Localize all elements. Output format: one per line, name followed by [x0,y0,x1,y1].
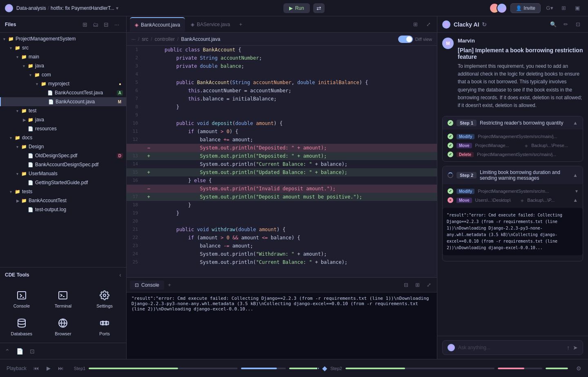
tree-item-testoutput[interactable]: ▾ 📄 test-output.log [0,205,126,214]
cde-tool-console[interactable]: Console [2,286,42,312]
step2-progress-label: Step2 [330,366,342,371]
maximize-icon[interactable]: ⤢ [423,19,434,30]
sidebar-bottom-icon-1[interactable]: ⌃ [5,348,10,355]
tree-item-myproject[interactable]: ▾ 📁 myproject ● [0,79,126,88]
ports-icon [98,317,111,330]
cde-tools-header[interactable]: CDE Tools ‹ [0,268,126,282]
cde-tool-ports[interactable]: Ports [85,313,125,339]
tab-bankaccount[interactable]: ◈ BankAccount.java [130,17,185,32]
new-file-icon[interactable]: ⊞ [80,20,89,29]
step1-progress-track-3[interactable] [289,368,319,369]
bottom-bar-right: ⚙ [576,365,581,372]
playback-play-button[interactable]: ▶ [44,364,53,373]
step2-progress-track-2[interactable] [498,368,543,369]
avatar-user-2 [497,3,507,13]
user-icon-button[interactable]: G▾ [544,2,555,14]
cde-tool-browser[interactable]: Browser [43,313,83,339]
split-view-icon[interactable]: ⊞ [410,19,421,30]
tree-item-resources[interactable]: ▾ 📄 resources [0,124,126,133]
code-line-8: 8 } [127,103,437,111]
playback-skip-forward-button[interactable]: ⏭ [56,364,66,373]
tree-item-root[interactable]: ▾ 📁 ProjectManagementSystem [0,34,126,43]
diff-toggle: Diff view [398,36,432,43]
console-minimize-icon[interactable]: ⊟ [401,280,411,290]
tree-item-bankaccount[interactable]: ▾ 📄 BankAccount.java M [0,97,126,106]
step-1-item-1: Modify ProjectManagementSystem/src/main/… [443,132,583,141]
tree-item-docs[interactable]: ▾ 📁 docs [0,133,126,142]
step1-progress-track[interactable] [89,368,238,369]
code-line-9: 9 [127,111,437,119]
ai-edit-icon[interactable]: ✏ [560,19,571,30]
badge-bankaccount: M [116,99,123,105]
ai-message-body: Marvin [Plan] Implement a book borrowing… [458,38,583,109]
tree-item-testjava[interactable]: ▶ 📁 java [0,115,126,124]
sidebar: Files ⊞ 🗂 ⊟ ··· ▾ 📁 ProjectManagementSys… [0,16,127,359]
step1-progress-track-2[interactable] [241,368,286,369]
console-maximize-icon[interactable]: ⤢ [424,280,434,290]
bottom-settings-icon[interactable]: ⚙ [576,365,581,372]
ai-send-icon[interactable]: ➤ [573,344,578,351]
code-line-6: 6 this.accountNumber = accountNumber; [127,87,437,95]
run-button[interactable]: ▶ Run [283,3,310,13]
tree-item-java[interactable]: ▾ 📁 java [0,61,126,70]
cde-tool-terminal[interactable]: Terminal [43,286,83,312]
tree-item-src[interactable]: ▾ 📁 src [0,43,126,52]
layout-icon-button[interactable]: ⊞ [558,2,569,14]
branch-icon-button[interactable]: ⇄ [313,3,325,13]
step2-progress-track-3[interactable] [546,368,568,369]
tab-baservice[interactable]: ◈ BAService.java [186,17,235,32]
sidebar-bottom-icon-3[interactable]: ⊡ [30,348,35,355]
tree-item-design[interactable]: ▾ 📁 Design [0,142,126,151]
tree-item-olddesign[interactable]: ▾ 📄 OldDesignSpec.pdf D [0,151,126,160]
chevron-tests: ▾ [10,190,15,194]
ai-chat-input[interactable] [458,345,564,350]
ai-search-icon[interactable]: 🔍 [548,19,559,30]
folder-icon-testjava: 📁 [28,117,33,123]
ai-agent-avatar: M [442,38,454,49]
tree-item-bankaccounttest[interactable]: ▾ 📄 BankAccountTest.java A [0,88,126,97]
java-icon-bankaccounttest: 📄 [47,90,53,96]
cde-tool-databases[interactable]: Databases [2,313,42,339]
tree-item-bankdesign[interactable]: ▾ 📄 BankAccountDesignSpec.pdf [0,160,126,169]
diff-toggle-switch[interactable] [398,36,413,43]
playback-skip-back-button[interactable]: ⏮ [31,364,41,373]
progress-diamond: ◆ [322,364,327,372]
step-1-header[interactable]: ✓ Step 1 Restricting reader's borrowing … [443,116,583,129]
tree-item-main[interactable]: ▾ 📁 main [0,52,126,61]
tree-item-tests[interactable]: ▾ 📁 tests [0,187,126,196]
tree-item-gettingstarted[interactable]: ▾ 📄 GettingStartedGuide.pdf [0,178,126,187]
console-add-tab[interactable]: + [165,281,174,290]
tree-item-test[interactable]: ▾ 📁 test [0,106,126,115]
invite-button[interactable]: 👤 Invite [510,3,541,13]
step-2-header[interactable]: Step 2 Limiting book borrowing duration … [443,166,583,184]
tab-console[interactable]: ⊡ Console [130,281,164,290]
tree-item-com[interactable]: ▾ 📁 com [0,70,126,79]
code-line-20: 20 [127,217,437,225]
tree-item-bankaccounttestdir[interactable]: ▶ 📁 BankAccountTest [0,196,126,205]
panel-icon-button[interactable]: ▣ [572,2,583,14]
new-folder-icon[interactable]: 🗂 [91,20,100,29]
more-icon[interactable]: ··· [112,20,121,29]
step-2-item-2-expand-icon[interactable]: ▲ [573,197,578,203]
folder-icon-src: 📁 [15,45,20,51]
ai-input-box: ↑ ➤ [442,340,583,355]
sidebar-bottom-icon-2[interactable]: 📄 [16,348,23,355]
step1-progress-fill-green-3 [289,368,319,369]
ai-close-icon[interactable]: ⊡ [572,19,583,30]
step2-progress-track[interactable] [345,368,494,369]
collapse-icon[interactable]: ⊟ [102,20,111,29]
console-actions: ⊟ ⊞ ⤢ [401,280,434,290]
add-tab-button[interactable]: + [236,20,245,29]
code-editor[interactable]: 1 public class BankAccount { 2 private S… [127,46,437,277]
step-2-spinning-icon [448,172,453,178]
step-1-item-3: Delete ProjectManagementSystem/src/main/… [443,150,583,159]
console-split-icon[interactable]: ⊞ [412,280,422,290]
step1-progress-fill-blue [241,368,277,369]
step-2-item-1-expand-icon[interactable]: ▾ [575,188,578,194]
cde-tools: CDE Tools ‹ Console Terminal [0,267,126,343]
play-icon: ▶ [289,5,293,11]
ai-input-refresh-icon[interactable]: ↑ [567,344,570,351]
cde-tool-settings[interactable]: Settings [85,286,125,312]
chevron-main: ▾ [16,55,21,59]
tree-item-usermanuals[interactable]: ▾ 📁 UserManuals [0,169,126,178]
